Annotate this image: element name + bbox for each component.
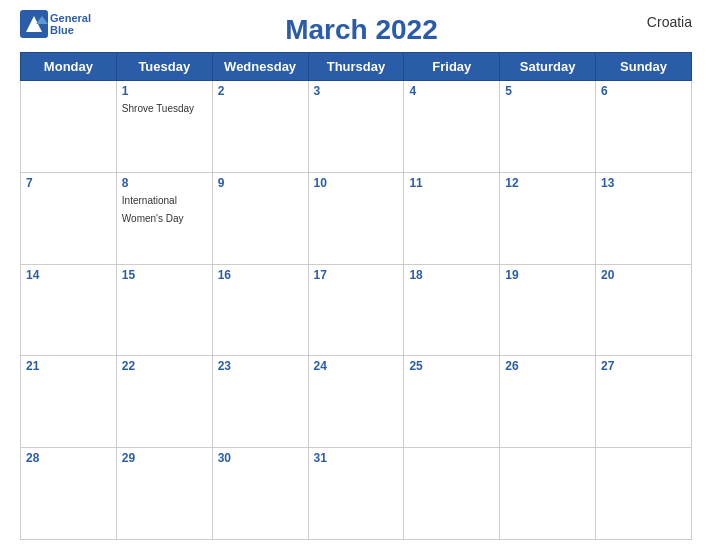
day-number: 16 [218, 268, 303, 282]
event-label: Shrove Tuesday [122, 103, 194, 114]
logo-icon [20, 10, 48, 38]
calendar-cell: 15 [116, 264, 212, 356]
country-label: Croatia [632, 14, 692, 30]
logo-blue: Blue [50, 24, 91, 36]
day-number: 4 [409, 84, 494, 98]
calendar-cell: 19 [500, 264, 596, 356]
day-number: 2 [218, 84, 303, 98]
calendar-cell: 1Shrove Tuesday [116, 81, 212, 173]
day-number: 7 [26, 176, 111, 190]
day-number: 28 [26, 451, 111, 465]
day-number: 23 [218, 359, 303, 373]
calendar-cell: 23 [212, 356, 308, 448]
day-number: 12 [505, 176, 590, 190]
calendar-table: Monday Tuesday Wednesday Thursday Friday… [20, 52, 692, 540]
header-thursday: Thursday [308, 53, 404, 81]
day-number: 1 [122, 84, 207, 98]
calendar-week-row: 28293031 [21, 448, 692, 540]
header-sunday: Sunday [596, 53, 692, 81]
calendar-cell: 29 [116, 448, 212, 540]
day-number: 15 [122, 268, 207, 282]
calendar-cell: 26 [500, 356, 596, 448]
calendar-week-row: 21222324252627 [21, 356, 692, 448]
calendar-cell: 21 [21, 356, 117, 448]
header-friday: Friday [404, 53, 500, 81]
day-number: 29 [122, 451, 207, 465]
day-number: 14 [26, 268, 111, 282]
day-number: 18 [409, 268, 494, 282]
day-number: 21 [26, 359, 111, 373]
calendar-cell: 9 [212, 172, 308, 264]
header-wednesday: Wednesday [212, 53, 308, 81]
day-number: 6 [601, 84, 686, 98]
calendar-cell: 28 [21, 448, 117, 540]
logo: General Blue [20, 10, 91, 38]
calendar-cell: 14 [21, 264, 117, 356]
day-number: 11 [409, 176, 494, 190]
calendar-week-row: 78International Women's Day910111213 [21, 172, 692, 264]
calendar-cell: 2 [212, 81, 308, 173]
calendar-cell [500, 448, 596, 540]
calendar-cell [21, 81, 117, 173]
calendar-cell: 5 [500, 81, 596, 173]
header-tuesday: Tuesday [116, 53, 212, 81]
calendar-cell: 7 [21, 172, 117, 264]
calendar-cell: 13 [596, 172, 692, 264]
header-monday: Monday [21, 53, 117, 81]
calendar-cell: 3 [308, 81, 404, 173]
calendar-title: March 2022 [91, 14, 632, 46]
calendar-cell: 6 [596, 81, 692, 173]
calendar-cell: 12 [500, 172, 596, 264]
calendar-cell [404, 448, 500, 540]
calendar-cell: 4 [404, 81, 500, 173]
page-header: General Blue March 2022 Croatia [20, 10, 692, 46]
calendar-cell: 10 [308, 172, 404, 264]
day-number: 22 [122, 359, 207, 373]
logo-general: General [50, 12, 91, 24]
event-label: International Women's Day [122, 195, 184, 224]
day-number: 3 [314, 84, 399, 98]
day-number: 8 [122, 176, 207, 190]
calendar-cell: 11 [404, 172, 500, 264]
calendar-cell: 17 [308, 264, 404, 356]
calendar-week-row: 1Shrove Tuesday23456 [21, 81, 692, 173]
calendar-cell: 16 [212, 264, 308, 356]
calendar-cell: 31 [308, 448, 404, 540]
calendar-cell: 8International Women's Day [116, 172, 212, 264]
day-number: 24 [314, 359, 399, 373]
calendar-cell [596, 448, 692, 540]
calendar-cell: 30 [212, 448, 308, 540]
day-number: 5 [505, 84, 590, 98]
calendar-cell: 20 [596, 264, 692, 356]
day-number: 10 [314, 176, 399, 190]
calendar-cell: 24 [308, 356, 404, 448]
calendar-cell: 27 [596, 356, 692, 448]
day-number: 13 [601, 176, 686, 190]
day-number: 19 [505, 268, 590, 282]
day-number: 26 [505, 359, 590, 373]
calendar-week-row: 14151617181920 [21, 264, 692, 356]
calendar-cell: 18 [404, 264, 500, 356]
header-saturday: Saturday [500, 53, 596, 81]
day-number: 20 [601, 268, 686, 282]
day-number: 30 [218, 451, 303, 465]
day-number: 27 [601, 359, 686, 373]
weekday-header-row: Monday Tuesday Wednesday Thursday Friday… [21, 53, 692, 81]
day-number: 9 [218, 176, 303, 190]
day-number: 31 [314, 451, 399, 465]
calendar-cell: 25 [404, 356, 500, 448]
day-number: 17 [314, 268, 399, 282]
day-number: 25 [409, 359, 494, 373]
calendar-cell: 22 [116, 356, 212, 448]
